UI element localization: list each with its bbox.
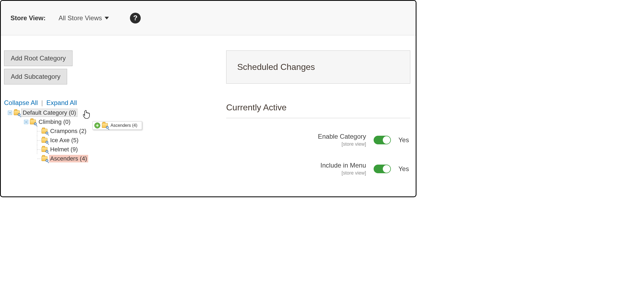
folder-icon <box>42 147 47 152</box>
caret-down-icon <box>105 17 109 19</box>
folder-icon <box>42 129 47 134</box>
store-view-value: All Store Views <box>58 14 102 22</box>
topbar: Store View: All Store Views ? <box>1 1 416 35</box>
include-in-menu-toggle[interactable] <box>374 165 391 173</box>
tree-node-helmet[interactable]: Helmet (9) <box>4 145 220 154</box>
folder-icon <box>42 138 47 143</box>
drag-ghost: + Ascenders (4) <box>92 121 142 130</box>
category-tree: − Default Category (0) − Climbing (0) Cr… <box>4 108 220 163</box>
enable-category-toggle[interactable] <box>374 136 391 144</box>
currently-active-title: Currently Active <box>226 103 410 118</box>
scheduled-changes-panel: Scheduled Changes <box>226 50 410 84</box>
toggle-value: Yes <box>398 136 410 144</box>
tree-node-label: Crampons (2) <box>49 127 87 135</box>
tree-node-ascenders[interactable]: Ascenders (4) <box>4 154 220 163</box>
tree-node-label: Climbing (0) <box>37 118 72 126</box>
tree-node-ice-axe[interactable]: Ice Axe (5) <box>4 136 220 145</box>
tree-node-label: Ascenders (4) <box>49 155 88 162</box>
tree-node-label: Ice Axe (5) <box>49 137 80 144</box>
store-view-label: Store View: <box>11 14 46 22</box>
field-scope: [store view] <box>318 141 366 147</box>
collapse-toggle-icon[interactable]: − <box>8 111 12 115</box>
tree-toolbar: Collapse All | Expand All <box>4 99 220 107</box>
add-root-category-button[interactable]: Add Root Category <box>4 50 73 66</box>
plus-badge-icon: + <box>94 122 100 128</box>
field-enable-category: Enable Category [store view] Yes <box>226 133 410 147</box>
folder-icon <box>14 110 20 115</box>
field-label: Enable Category <box>318 133 366 140</box>
collapse-toggle-icon[interactable]: − <box>24 120 28 124</box>
field-include-in-menu: Include in Menu [store view] Yes <box>226 162 410 176</box>
tree-node-label: Default Category (0) <box>21 109 77 117</box>
tree-node-default-category[interactable]: − Default Category (0) <box>4 108 220 117</box>
drag-ghost-label: Ascenders (4) <box>109 123 139 128</box>
collapse-all-link[interactable]: Collapse All <box>4 99 38 106</box>
store-view-dropdown[interactable]: All Store Views <box>58 14 109 22</box>
folder-icon <box>42 156 47 161</box>
tree-node-label: Helmet (9) <box>49 146 79 153</box>
field-label: Include in Menu <box>321 162 366 169</box>
separator: | <box>41 99 43 106</box>
add-subcategory-button[interactable]: Add Subcategory <box>4 69 67 84</box>
folder-icon <box>102 123 108 128</box>
folder-icon <box>30 120 36 124</box>
help-icon[interactable]: ? <box>130 13 141 23</box>
scheduled-changes-title: Scheduled Changes <box>237 62 315 72</box>
toggle-value: Yes <box>398 165 410 173</box>
expand-all-link[interactable]: Expand All <box>46 99 77 106</box>
field-scope: [store view] <box>321 170 366 176</box>
